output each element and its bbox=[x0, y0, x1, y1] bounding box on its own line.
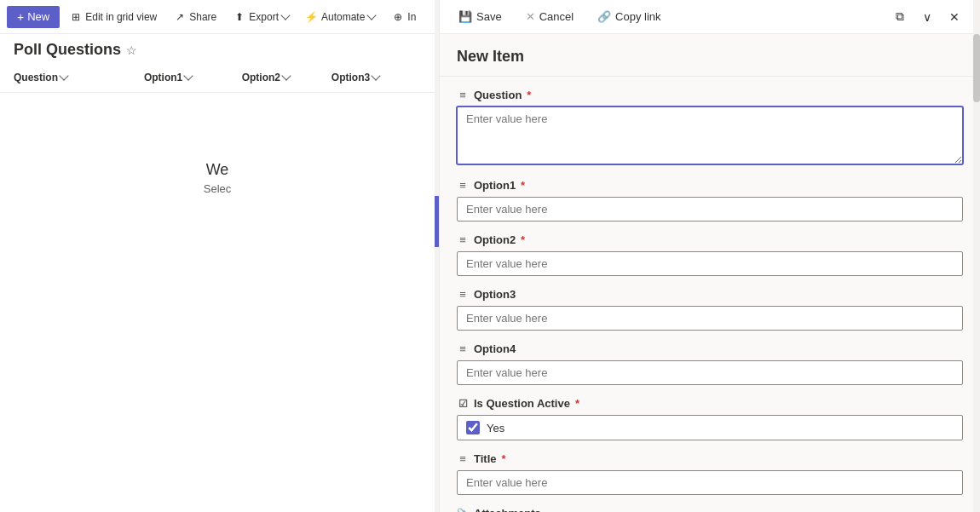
col-header-option1[interactable]: Option1 bbox=[144, 72, 242, 83]
automate-chevron-icon bbox=[367, 10, 377, 20]
grid-icon: ⊞ bbox=[70, 11, 82, 23]
col-header-question[interactable]: Question bbox=[14, 72, 144, 83]
save-icon: 💾 bbox=[458, 10, 472, 23]
col-header-option3[interactable]: Option3 bbox=[331, 72, 421, 83]
is-question-active-checkbox[interactable] bbox=[466, 421, 480, 434]
empty-sub: Selec bbox=[204, 182, 232, 195]
column-headers: Question Option1 Option2 Option3 bbox=[0, 62, 435, 93]
option1-required-marker: * bbox=[521, 179, 525, 192]
automate-button[interactable]: ⚡ Automate bbox=[299, 7, 382, 27]
field-option2: Option2 * bbox=[457, 221, 963, 276]
integrate-icon: ⊕ bbox=[392, 11, 404, 23]
option3-label: Option3 bbox=[457, 288, 963, 301]
title-label: Title * bbox=[457, 452, 963, 465]
scrollbar-thumb[interactable] bbox=[973, 34, 980, 102]
form-close-button[interactable]: ✕ bbox=[943, 5, 966, 29]
empty-state: We Selec bbox=[0, 93, 435, 195]
title-required-marker: * bbox=[502, 452, 506, 465]
question-required-marker: * bbox=[527, 89, 531, 101]
left-panel: + New ⊞ Edit in grid view ↗ Share ⬆ Expo… bbox=[0, 0, 435, 512]
option4-input[interactable] bbox=[457, 360, 963, 385]
field-question: Question * bbox=[457, 77, 963, 167]
field-option3: Option3 bbox=[457, 276, 963, 331]
option2-input[interactable] bbox=[457, 251, 963, 276]
plus-icon: + bbox=[17, 10, 24, 24]
expand-icon: ⧉ bbox=[896, 9, 904, 24]
option1-input[interactable] bbox=[457, 197, 963, 221]
option2-field-icon bbox=[457, 234, 469, 246]
option2-required-marker: * bbox=[521, 233, 525, 246]
export-icon: ⬆ bbox=[233, 11, 245, 23]
option3-input[interactable] bbox=[457, 306, 963, 331]
field-attachments: Attachments bbox=[457, 495, 963, 512]
chevron-down-icon: ∨ bbox=[923, 10, 931, 24]
share-button[interactable]: ↗ Share bbox=[167, 7, 223, 27]
copy-link-button[interactable]: 🔗 Copy link bbox=[592, 7, 666, 26]
export-button[interactable]: ⬆ Export bbox=[227, 7, 296, 27]
form-expand-button[interactable]: ⧉ bbox=[888, 5, 912, 29]
col-question-sort-icon bbox=[59, 71, 68, 80]
close-icon: ✕ bbox=[949, 10, 960, 24]
field-option1: Option1 * bbox=[457, 167, 963, 221]
new-button-label: New bbox=[27, 10, 49, 23]
col-header-option2[interactable]: Option2 bbox=[242, 72, 331, 83]
question-label: Question * bbox=[457, 89, 963, 101]
option1-label: Option1 * bbox=[457, 179, 963, 192]
scrollbar-track bbox=[973, 0, 980, 512]
list-title-bar: Poll Questions ☆ bbox=[0, 34, 435, 62]
title-field-icon bbox=[457, 453, 469, 465]
is-question-active-field: Yes bbox=[457, 415, 963, 440]
form-body: Question * Option1 * Option2 * bbox=[440, 77, 980, 512]
new-item-form-panel: 💾 Save ✕ Cancel 🔗 Copy link ⧉ ∨ ✕ New It… bbox=[439, 0, 980, 512]
option2-label: Option2 * bbox=[457, 233, 963, 246]
col-option2-sort-icon bbox=[281, 71, 291, 80]
attachment-field-icon bbox=[457, 508, 469, 513]
save-button[interactable]: 💾 Save bbox=[453, 7, 507, 26]
checkbox-field-icon bbox=[457, 398, 469, 410]
empty-title: We bbox=[206, 161, 229, 179]
col-option1-sort-icon bbox=[184, 71, 193, 80]
option4-field-icon bbox=[457, 343, 469, 355]
option1-field-icon bbox=[457, 180, 469, 192]
field-title: Title * bbox=[457, 440, 963, 495]
toolbar: + New ⊞ Edit in grid view ↗ Share ⬆ Expo… bbox=[0, 0, 435, 34]
list-title: Poll Questions bbox=[14, 41, 121, 59]
integrate-button[interactable]: ⊕ In bbox=[385, 7, 423, 27]
link-icon: 🔗 bbox=[597, 10, 611, 23]
title-input[interactable] bbox=[457, 470, 963, 495]
field-option4: Option4 bbox=[457, 331, 963, 385]
is-question-active-checkbox-label: Yes bbox=[487, 422, 504, 434]
form-topbar-right: ⧉ ∨ ✕ bbox=[888, 5, 966, 29]
col-option3-sort-icon bbox=[371, 71, 380, 80]
star-icon[interactable]: ☆ bbox=[126, 43, 137, 57]
new-button[interactable]: + New bbox=[7, 6, 60, 28]
cancel-icon: ✕ bbox=[526, 10, 535, 23]
form-more-button[interactable]: ∨ bbox=[915, 5, 939, 29]
question-input[interactable] bbox=[457, 106, 963, 164]
is-question-active-required-marker: * bbox=[575, 397, 579, 410]
question-field-icon bbox=[457, 89, 469, 101]
automate-icon: ⚡ bbox=[306, 11, 318, 23]
edit-grid-button[interactable]: ⊞ Edit in grid view bbox=[63, 7, 164, 27]
field-is-question-active: Is Question Active * Yes bbox=[457, 385, 963, 440]
export-chevron-icon bbox=[280, 10, 290, 20]
form-topbar: 💾 Save ✕ Cancel 🔗 Copy link ⧉ ∨ ✕ bbox=[440, 0, 980, 34]
option3-field-icon bbox=[457, 289, 469, 301]
form-title: New Item bbox=[440, 34, 980, 77]
share-icon: ↗ bbox=[174, 11, 186, 23]
cancel-button[interactable]: ✕ Cancel bbox=[521, 7, 579, 26]
attachments-label: Attachments bbox=[457, 507, 963, 512]
option4-label: Option4 bbox=[457, 342, 963, 355]
is-question-active-label: Is Question Active * bbox=[457, 397, 963, 410]
